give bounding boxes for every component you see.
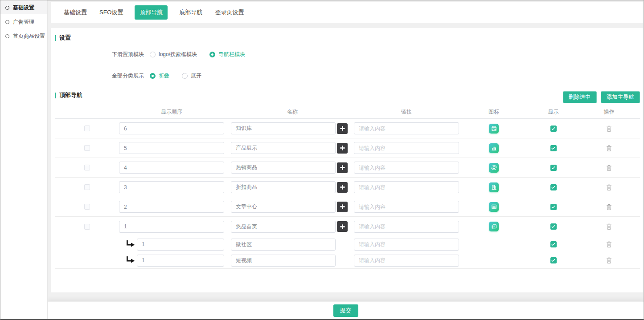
visible-checkbox[interactable] — [550, 223, 557, 230]
child-arrow-icon — [126, 240, 135, 248]
delete-row-icon[interactable] — [606, 184, 612, 190]
column-header-visible: 显示 — [529, 108, 578, 116]
add-main-nav-button[interactable]: 添加主导航 — [601, 91, 640, 103]
setting-label: 下滑置顶模块 — [112, 51, 144, 58]
nav-link-input[interactable] — [354, 162, 459, 174]
home-page-icon[interactable] — [489, 222, 499, 231]
add-child-nav-button[interactable] — [337, 123, 348, 134]
visible-checkbox[interactable] — [550, 184, 557, 190]
content-panel: 设置 下滑置顶模块 logo/搜索框模块 导航栏模块 全部分类展示 折叠 展开 — [51, 28, 643, 292]
row-select-checkbox[interactable] — [84, 126, 90, 131]
display-order-input[interactable] — [119, 201, 224, 213]
visible-checkbox[interactable] — [550, 204, 557, 210]
radio-off-icon — [150, 52, 156, 57]
delete-row-icon[interactable] — [606, 204, 612, 210]
nav-link-input[interactable] — [354, 181, 459, 193]
radio-on-icon — [209, 52, 215, 57]
circle-bullet-icon — [5, 20, 9, 24]
article-center-icon[interactable] — [489, 202, 499, 212]
sidebar-item-label: 首页商品设置 — [13, 32, 45, 40]
radio-logo-search-module[interactable]: logo/搜索框模块 — [150, 51, 197, 58]
delete-row-icon[interactable] — [606, 126, 612, 132]
setting-scroll-top-module: 下滑置顶模块 logo/搜索框模块 导航栏模块 — [112, 49, 258, 59]
display-order-input[interactable] — [119, 142, 224, 154]
nav-link-input[interactable] — [354, 255, 459, 267]
radio-navbar-module[interactable]: 导航栏模块 — [209, 51, 245, 58]
circle-bullet-icon — [5, 6, 9, 10]
setting-label: 全部分类展示 — [112, 72, 144, 80]
delete-row-icon[interactable] — [606, 257, 612, 263]
sidebar-item-label: 基础设置 — [13, 4, 34, 12]
nav-name-input[interactable] — [231, 122, 336, 134]
nav-name-input[interactable] — [231, 221, 336, 233]
delete-row-icon[interactable] — [606, 241, 612, 247]
section-bar-icon — [55, 35, 56, 41]
nav-link-input[interactable] — [354, 239, 459, 251]
nav-link-input[interactable] — [354, 142, 459, 154]
row-select-checkbox[interactable] — [84, 165, 90, 170]
table-header: 显示顺序 名称 链接 图标 显示 操作 — [55, 105, 640, 119]
child-arrow-icon — [126, 256, 135, 264]
add-child-nav-button[interactable] — [337, 221, 348, 232]
nav-link-input[interactable] — [354, 201, 459, 213]
delete-selected-button[interactable]: 删除选中 — [563, 91, 597, 103]
nav-name-input[interactable] — [231, 201, 336, 213]
nav-link-input[interactable] — [354, 221, 459, 233]
radio-expand[interactable]: 展开 — [182, 72, 201, 80]
setting-category-display: 全部分类展示 折叠 展开 — [112, 71, 214, 81]
display-order-input[interactable] — [137, 239, 224, 251]
delete-row-icon[interactable] — [606, 165, 612, 171]
sidebar-item-home-goods-settings[interactable]: 首页商品设置 — [0, 29, 47, 43]
knowledge-base-icon[interactable] — [489, 124, 499, 134]
tab-bar: 基础设置 SEO设置 顶部导航 底部导航 登录页设置 — [51, 2, 643, 23]
submit-button[interactable]: 提交 — [333, 304, 358, 317]
add-child-nav-button[interactable] — [337, 162, 348, 173]
nav-name-input[interactable] — [231, 142, 336, 154]
display-order-input[interactable] — [119, 181, 224, 193]
table-end-divider — [55, 268, 640, 269]
visible-checkbox[interactable] — [550, 145, 557, 151]
table-row — [55, 138, 640, 158]
tab-seo-settings[interactable]: SEO设置 — [98, 5, 124, 20]
add-child-nav-button[interactable] — [337, 182, 348, 193]
sidebar-item-basic-settings[interactable]: 基础设置 — [0, 1, 47, 14]
tab-login-page-settings[interactable]: 登录页设置 — [214, 5, 245, 20]
row-select-checkbox[interactable] — [84, 145, 90, 151]
visible-checkbox[interactable] — [550, 257, 557, 263]
column-header-name: 名称 — [231, 108, 354, 116]
nav-name-input[interactable] — [231, 162, 336, 174]
row-select-checkbox[interactable] — [84, 204, 90, 210]
add-child-nav-button[interactable] — [337, 143, 348, 154]
nav-name-input[interactable] — [231, 239, 336, 251]
delete-row-icon[interactable] — [606, 223, 612, 230]
discount-goods-icon[interactable] — [489, 182, 499, 192]
row-select-checkbox[interactable] — [84, 184, 90, 190]
display-order-input[interactable] — [137, 255, 224, 267]
nav-name-input[interactable] — [231, 181, 336, 193]
table-row — [55, 217, 640, 236]
radio-collapse[interactable]: 折叠 — [150, 72, 169, 80]
nav-link-input[interactable] — [354, 122, 459, 134]
tab-basic-settings[interactable]: 基础设置 — [63, 5, 88, 20]
add-child-nav-button[interactable] — [337, 202, 348, 212]
tab-bottom-navigation[interactable]: 底部导航 — [178, 5, 203, 20]
visible-checkbox[interactable] — [550, 165, 557, 171]
settings-section-title: 设置 — [55, 34, 71, 42]
column-header-order: 显示顺序 — [119, 108, 224, 116]
table-row — [55, 119, 640, 138]
radio-on-icon — [150, 73, 156, 79]
product-display-icon[interactable] — [489, 143, 499, 153]
display-order-input[interactable] — [119, 122, 224, 134]
row-select-checkbox[interactable] — [84, 224, 90, 230]
hot-goods-icon[interactable] — [489, 163, 499, 173]
nav-name-input[interactable] — [231, 255, 336, 267]
visible-checkbox[interactable] — [550, 241, 557, 247]
visible-checkbox[interactable] — [550, 126, 557, 132]
table-subrow — [55, 236, 640, 252]
sidebar-item-ad-management[interactable]: 广告管理 — [0, 15, 47, 28]
display-order-input[interactable] — [119, 221, 224, 233]
circle-bullet-icon — [5, 34, 9, 38]
display-order-input[interactable] — [119, 162, 224, 174]
delete-row-icon[interactable] — [606, 145, 612, 151]
tab-top-navigation[interactable]: 顶部导航 — [135, 5, 168, 20]
